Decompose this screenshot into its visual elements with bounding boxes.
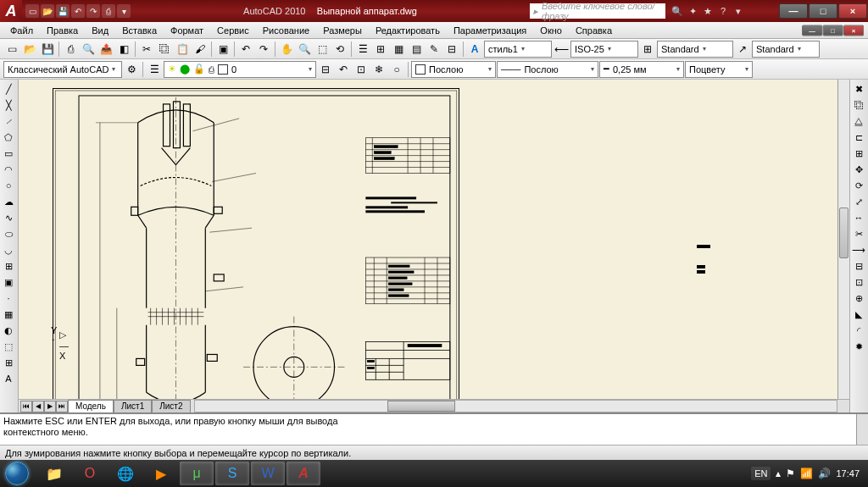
match-props-icon[interactable]: 🖌 (192, 41, 209, 58)
markup-icon[interactable]: ✎ (426, 41, 442, 58)
cut-icon[interactable]: ✂ (138, 41, 155, 58)
erase-icon[interactable]: ✖ (851, 81, 866, 97)
search-icon[interactable]: 🔍 (670, 4, 684, 18)
task-word-icon[interactable]: W (251, 462, 285, 485)
point-icon[interactable]: · (1, 291, 16, 306)
3ddwf-icon[interactable]: ◧ (115, 41, 132, 58)
start-button[interactable] (0, 460, 34, 487)
polygon-icon[interactable]: ⬠ (1, 130, 16, 145)
zoom-previous-icon[interactable]: ⟲ (331, 41, 348, 58)
plot-icon[interactable]: ⎙ (62, 41, 79, 58)
fillet-icon[interactable]: ◜ (851, 323, 866, 338)
command-scrollbar[interactable] (856, 414, 868, 445)
vertical-scrollbar[interactable] (837, 80, 849, 399)
paste-icon[interactable]: 📋 (174, 41, 191, 58)
qat-new-icon[interactable]: ▭ (25, 4, 39, 18)
tray-chevron-icon[interactable]: ▴ (776, 468, 781, 479)
rotate-icon[interactable]: ⟳ (851, 178, 866, 193)
comm-center-icon[interactable]: ✦ (686, 4, 699, 18)
tab-prev-icon[interactable]: ◀ (32, 401, 44, 412)
plotstyle-dropdown[interactable]: Поцвету▾ (685, 61, 753, 78)
menu-parametric[interactable]: Параметризация (447, 24, 533, 37)
favorites-icon[interactable]: ★ (701, 4, 715, 18)
task-opera-icon[interactable]: O (73, 462, 107, 485)
menu-insert[interactable]: Вставка (115, 24, 164, 37)
workspace-settings-icon[interactable]: ⚙ (123, 61, 140, 78)
language-indicator[interactable]: EN (751, 467, 771, 480)
menu-edit[interactable]: Правка (40, 24, 85, 37)
open-icon[interactable]: 📂 (21, 41, 38, 58)
properties-icon[interactable]: ☰ (354, 41, 371, 58)
gradient-icon[interactable]: ◐ (1, 323, 16, 338)
tab-first-icon[interactable]: ⏮ (20, 401, 32, 412)
doc-minimize-button[interactable]: — (802, 25, 822, 36)
command-line[interactable]: Нажмите ESC или ENTER для выхода, или пр… (0, 412, 868, 445)
qat-save-icon[interactable]: 💾 (56, 4, 70, 18)
menu-format[interactable]: Формат (164, 24, 210, 37)
mirror-icon[interactable]: ⧋ (851, 113, 866, 129)
break-icon[interactable]: ⊡ (851, 274, 866, 290)
line-icon[interactable]: ╱ (1, 81, 16, 97)
circle-icon[interactable]: ○ (1, 178, 16, 193)
zoom-window-icon[interactable]: ⬚ (314, 41, 331, 58)
tab-sheet1[interactable]: Лист1 (114, 400, 152, 412)
text-style-icon[interactable]: A (466, 41, 483, 58)
explode-icon[interactable]: ✹ (851, 339, 866, 354)
make-block-icon[interactable]: ▣ (1, 274, 16, 290)
array-icon[interactable]: ⊞ (851, 146, 866, 161)
dim-style-dropdown[interactable]: ISO-25▾ (570, 41, 638, 58)
task-autocad-icon[interactable]: A (287, 462, 320, 485)
text-style-dropdown[interactable]: стиль1▾ (484, 41, 552, 58)
design-center-icon[interactable]: ⊞ (372, 41, 389, 58)
construction-line-icon[interactable]: ╳ (1, 97, 16, 113)
qat-print-icon[interactable]: ⎙ (102, 4, 115, 18)
new-icon[interactable]: ▭ (3, 41, 20, 58)
offset-icon[interactable]: ⊏ (851, 130, 866, 145)
stretch-icon[interactable]: ↔ (851, 210, 866, 225)
help-search-input[interactable]: ▸Введите ключевое слово/фразу (530, 3, 665, 19)
close-button[interactable]: × (838, 3, 867, 19)
task-chrome-icon[interactable]: 🌐 (108, 462, 142, 485)
task-media-icon[interactable]: ▶ (144, 462, 178, 485)
extend-icon[interactable]: ⟶ (851, 242, 866, 257)
drawing-viewport[interactable]: Y↑ ▷— X (19, 80, 849, 399)
rectangle-icon[interactable]: ▭ (1, 146, 16, 161)
minimize-button[interactable]: — (779, 3, 808, 19)
layer-off-icon[interactable]: ○ (388, 61, 405, 78)
layer-freeze-icon[interactable]: ❄ (370, 61, 387, 78)
doc-close-button[interactable]: × (843, 25, 864, 36)
task-utorrent-icon[interactable]: μ (180, 462, 214, 485)
layer-isolate-icon[interactable]: ⊡ (353, 61, 370, 78)
workspace-dropdown[interactable]: Классический AutoCAD▾ (3, 61, 122, 78)
redo-icon[interactable]: ↷ (255, 41, 272, 58)
hatch-icon[interactable]: ▦ (1, 307, 16, 322)
tray-flag-icon[interactable]: ⚑ (786, 468, 795, 479)
chamfer-icon[interactable]: ◣ (851, 307, 866, 322)
app-logo-icon[interactable]: A (0, 0, 22, 22)
maximize-button[interactable]: □ (809, 3, 837, 19)
table-style-dropdown[interactable]: Standard▾ (657, 41, 733, 58)
ellipse-arc-icon[interactable]: ◡ (1, 242, 16, 257)
tray-clock[interactable]: 17:47 (836, 468, 860, 479)
undo-icon[interactable]: ↶ (237, 41, 254, 58)
arc-icon[interactable]: ◠ (1, 162, 16, 177)
menu-view[interactable]: Вид (85, 24, 115, 37)
layer-properties-icon[interactable]: ☰ (146, 61, 163, 78)
menu-draw[interactable]: Рисование (256, 24, 316, 37)
dropdown-icon[interactable]: ▾ (732, 4, 745, 18)
copy-object-icon[interactable]: ⿻ (851, 97, 866, 113)
move-icon[interactable]: ✥ (851, 162, 866, 177)
sheet-set-icon[interactable]: ▤ (408, 41, 425, 58)
tray-network-icon[interactable]: 📶 (800, 468, 813, 479)
join-icon[interactable]: ⊕ (851, 291, 866, 306)
ellipse-icon[interactable]: ⬭ (1, 226, 16, 241)
trim-icon[interactable]: ✂ (851, 226, 866, 241)
tray-volume-icon[interactable]: 🔊 (818, 468, 831, 479)
menu-dimension[interactable]: Размеры (316, 24, 369, 37)
mleader-style-icon[interactable]: ↗ (734, 41, 751, 58)
color-dropdown[interactable]: Послою▾ (411, 61, 496, 78)
menu-modify[interactable]: Редактировать (369, 24, 447, 37)
layer-states-icon[interactable]: ⊟ (317, 61, 334, 78)
layer-previous-icon[interactable]: ↶ (335, 61, 352, 78)
insert-block-icon[interactable]: ⊞ (1, 258, 16, 274)
